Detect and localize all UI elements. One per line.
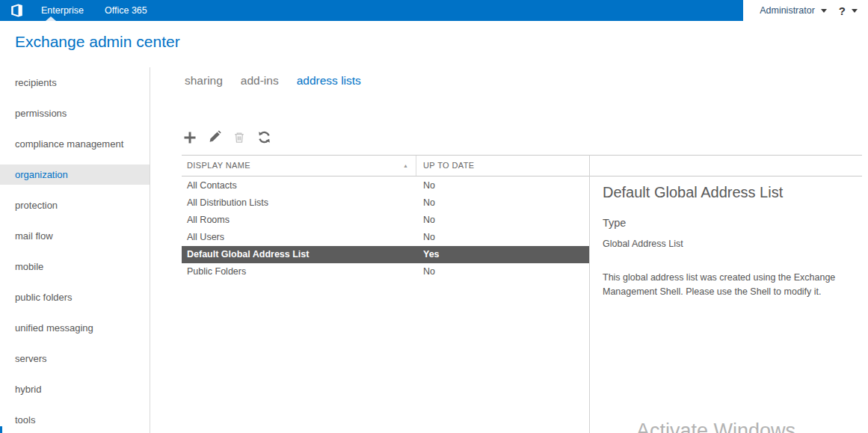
delete-button [230,129,249,147]
plus-icon [182,130,197,147]
table-row[interactable]: All Users No [182,229,589,246]
details-type-value: Global Address List [603,239,861,249]
topnav-tab-enterprise[interactable]: Enterprise [41,5,84,16]
refresh-icon [257,130,271,147]
office-logo-icon [10,3,23,18]
help-menu-label[interactable]: ? [839,4,846,17]
sidebar-item[interactable]: mail flow [0,226,150,246]
sidebar-list: recipients permissions compliance manage… [0,67,150,430]
column-divider [416,156,416,176]
trash-icon [233,131,246,147]
sidebar-item[interactable]: organization [0,165,150,185]
content-tab[interactable]: sharing [185,74,223,87]
address-list-table: All Contacts No All Distribution Lists N… [182,177,589,280]
top-bar-brand-section: Enterprise Office 365 [0,0,743,21]
user-menu-label[interactable]: Administrator [760,5,815,16]
top-bar-user-section: Administrator ? [760,0,858,21]
column-header-display-name[interactable]: DISPLAY NAME [187,156,250,176]
sidebar-item[interactable]: protection [0,195,150,215]
top-bar: Enterprise Office 365 Administrator ? [0,0,868,21]
table-header: DISPLAY NAME ▲ UP TO DATE [182,155,862,176]
cell-display-name: Public Folders [182,266,246,277]
cell-display-name: All Rooms [182,215,230,225]
details-pane: Default Global Address List Type Global … [603,184,861,300]
column-header-up-to-date[interactable]: UP TO DATE [423,156,475,176]
details-type-label: Type [603,217,861,229]
table-row[interactable]: Public Folders No [182,263,589,280]
sidebar-item[interactable]: compliance management [0,134,150,154]
details-title: Default Global Address List [603,184,861,201]
user-menu-caret-icon[interactable] [821,9,827,13]
cell-up-to-date: No [423,229,435,246]
table-row[interactable]: All Contacts No [182,177,589,194]
content-tab[interactable]: add-ins [241,74,279,87]
sidebar-item[interactable]: hybrid [0,379,150,399]
cell-display-name: All Contacts [182,180,237,191]
table-row[interactable]: All Rooms No [182,212,589,229]
content-tab-strip: sharing add-ins address lists [185,74,361,87]
cell-up-to-date: No [423,212,435,229]
corner-accent-mark [0,426,2,433]
help-menu-caret-icon[interactable] [852,9,858,13]
sidebar-item[interactable]: tools [0,410,150,430]
sort-ascending-icon: ▲ [403,156,408,176]
sidebar-item[interactable]: servers [0,348,150,369]
pencil-icon [208,130,222,147]
pane-divider [589,155,590,433]
table-row[interactable]: All Distribution Lists No [182,194,589,212]
content-tab[interactable]: address lists [297,74,361,87]
topnav-tab-office365[interactable]: Office 365 [105,5,147,16]
edit-button[interactable] [205,129,224,147]
sidebar-nav: recipients permissions compliance manage… [0,67,150,433]
activate-windows-watermark: Activate Windows [636,420,795,433]
selected-tab-notch [46,16,56,21]
cell-display-name: All Distribution Lists [182,197,268,208]
cell-up-to-date: Yes [423,246,440,263]
add-button[interactable] [180,129,200,147]
details-description: This global address list was created usi… [603,271,852,300]
sidebar-item[interactable]: recipients [0,73,150,93]
cell-up-to-date: No [423,177,435,194]
cell-display-name: Default Global Address List [182,249,309,260]
sidebar-item[interactable]: mobile [0,257,150,277]
page-title: Exchange admin center [15,33,180,51]
sidebar-item[interactable]: permissions [0,103,150,123]
sidebar-item[interactable]: public folders [0,287,150,307]
cell-up-to-date: No [423,194,435,212]
refresh-button[interactable] [254,129,274,147]
cell-up-to-date: No [423,263,435,280]
list-toolbar [180,129,274,147]
sidebar-item[interactable]: unified messaging [0,318,150,338]
cell-display-name: All Users [182,232,224,242]
table-row[interactable]: Default Global Address List Yes [182,246,589,263]
